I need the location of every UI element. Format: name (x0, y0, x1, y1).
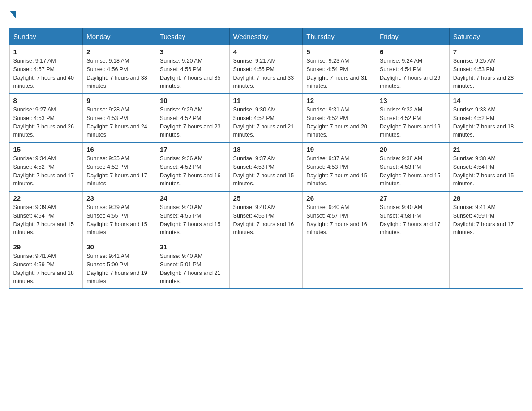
calendar-header-row: SundayMondayTuesdayWednesdayThursdayFrid… (9, 28, 523, 45)
day-info: Sunrise: 9:21 AMSunset: 4:55 PMDaylight:… (233, 58, 294, 89)
day-number: 29 (13, 243, 79, 251)
page-header (9, 9, 523, 19)
calendar-cell: 20 Sunrise: 9:38 AMSunset: 4:53 PMDaylig… (376, 142, 450, 191)
day-info: Sunrise: 9:40 AMSunset: 4:58 PMDaylight:… (380, 204, 441, 235)
day-info: Sunrise: 9:38 AMSunset: 4:53 PMDaylight:… (380, 155, 441, 187)
day-number: 7 (453, 48, 519, 56)
day-number: 6 (380, 48, 446, 56)
day-info: Sunrise: 9:40 AMSunset: 4:55 PMDaylight:… (160, 204, 221, 235)
calendar-cell: 25 Sunrise: 9:40 AMSunset: 4:56 PMDaylig… (229, 191, 303, 240)
day-number: 9 (86, 97, 152, 104)
day-info: Sunrise: 9:40 AMSunset: 5:01 PMDaylight:… (160, 253, 221, 284)
day-info: Sunrise: 9:39 AMSunset: 4:54 PMDaylight:… (13, 204, 74, 235)
calendar-col-sunday: Sunday (9, 28, 83, 45)
day-info: Sunrise: 9:20 AMSunset: 4:56 PMDaylight:… (160, 58, 221, 89)
calendar-cell: 10 Sunrise: 9:29 AMSunset: 4:52 PMDaylig… (156, 94, 229, 142)
day-number: 15 (13, 146, 79, 153)
calendar-cell: 30 Sunrise: 9:41 AMSunset: 5:00 PMDaylig… (83, 240, 156, 289)
calendar-cell (229, 240, 303, 289)
calendar-week-row: 29 Sunrise: 9:41 AMSunset: 4:59 PMDaylig… (9, 240, 523, 289)
day-number: 27 (380, 194, 446, 202)
day-number: 30 (86, 243, 152, 251)
calendar-col-saturday: Saturday (449, 28, 523, 45)
day-number: 23 (86, 194, 152, 202)
day-number: 19 (306, 146, 372, 153)
day-number: 1 (13, 48, 79, 56)
day-number: 31 (160, 243, 226, 251)
day-info: Sunrise: 9:33 AMSunset: 4:52 PMDaylight:… (453, 107, 514, 138)
day-info: Sunrise: 9:38 AMSunset: 4:54 PMDaylight:… (453, 155, 514, 187)
calendar-cell: 28 Sunrise: 9:41 AMSunset: 4:59 PMDaylig… (449, 191, 523, 240)
calendar-cell: 3 Sunrise: 9:20 AMSunset: 4:56 PMDayligh… (156, 45, 229, 94)
calendar-cell: 14 Sunrise: 9:33 AMSunset: 4:52 PMDaylig… (449, 94, 523, 142)
day-info: Sunrise: 9:17 AMSunset: 4:57 PMDaylight:… (13, 58, 74, 89)
calendar-cell (303, 240, 376, 289)
day-info: Sunrise: 9:30 AMSunset: 4:52 PMDaylight:… (233, 107, 294, 138)
day-number: 11 (233, 97, 299, 104)
day-info: Sunrise: 9:40 AMSunset: 4:56 PMDaylight:… (233, 204, 294, 235)
day-number: 2 (86, 48, 152, 56)
day-info: Sunrise: 9:40 AMSunset: 4:57 PMDaylight:… (306, 204, 367, 235)
day-number: 5 (306, 48, 372, 56)
day-info: Sunrise: 9:34 AMSunset: 4:52 PMDaylight:… (13, 155, 74, 187)
logo-arrow-icon (10, 11, 16, 19)
calendar-cell: 22 Sunrise: 9:39 AMSunset: 4:54 PMDaylig… (9, 191, 83, 240)
day-number: 3 (160, 48, 226, 56)
day-number: 25 (233, 194, 299, 202)
day-info: Sunrise: 9:24 AMSunset: 4:54 PMDaylight:… (380, 58, 441, 89)
calendar-cell: 16 Sunrise: 9:35 AMSunset: 4:52 PMDaylig… (83, 142, 156, 191)
day-info: Sunrise: 9:27 AMSunset: 4:53 PMDaylight:… (13, 107, 74, 138)
day-number: 4 (233, 48, 299, 56)
calendar-week-row: 22 Sunrise: 9:39 AMSunset: 4:54 PMDaylig… (9, 191, 523, 240)
day-info: Sunrise: 9:23 AMSunset: 4:54 PMDaylight:… (306, 58, 367, 89)
day-number: 8 (13, 97, 79, 104)
day-info: Sunrise: 9:32 AMSunset: 4:52 PMDaylight:… (380, 107, 441, 138)
calendar-cell: 29 Sunrise: 9:41 AMSunset: 4:59 PMDaylig… (9, 240, 83, 289)
day-info: Sunrise: 9:37 AMSunset: 4:53 PMDaylight:… (306, 155, 367, 187)
day-number: 22 (13, 194, 79, 202)
calendar-week-row: 1 Sunrise: 9:17 AMSunset: 4:57 PMDayligh… (9, 45, 523, 94)
day-number: 16 (86, 146, 152, 153)
calendar-cell: 17 Sunrise: 9:36 AMSunset: 4:52 PMDaylig… (156, 142, 229, 191)
day-info: Sunrise: 9:41 AMSunset: 5:00 PMDaylight:… (86, 253, 147, 284)
calendar-col-thursday: Thursday (303, 28, 376, 45)
calendar-cell (376, 240, 450, 289)
calendar-cell: 1 Sunrise: 9:17 AMSunset: 4:57 PMDayligh… (9, 45, 83, 94)
calendar-week-row: 15 Sunrise: 9:34 AMSunset: 4:52 PMDaylig… (9, 142, 523, 191)
day-number: 14 (453, 97, 519, 104)
calendar-table: SundayMondayTuesdayWednesdayThursdayFrid… (9, 28, 523, 289)
day-info: Sunrise: 9:28 AMSunset: 4:53 PMDaylight:… (86, 107, 147, 138)
day-number: 20 (380, 146, 446, 153)
calendar-cell: 18 Sunrise: 9:37 AMSunset: 4:53 PMDaylig… (229, 142, 303, 191)
calendar-cell: 4 Sunrise: 9:21 AMSunset: 4:55 PMDayligh… (229, 45, 303, 94)
calendar-week-row: 8 Sunrise: 9:27 AMSunset: 4:53 PMDayligh… (9, 94, 523, 142)
calendar-col-wednesday: Wednesday (229, 28, 303, 45)
day-info: Sunrise: 9:36 AMSunset: 4:52 PMDaylight:… (160, 155, 221, 187)
day-info: Sunrise: 9:31 AMSunset: 4:52 PMDaylight:… (306, 107, 367, 138)
day-number: 17 (160, 146, 226, 153)
calendar-cell: 26 Sunrise: 9:40 AMSunset: 4:57 PMDaylig… (303, 191, 376, 240)
logo-general-text (9, 9, 16, 19)
calendar-col-monday: Monday (83, 28, 156, 45)
calendar-cell (449, 240, 523, 289)
day-info: Sunrise: 9:41 AMSunset: 4:59 PMDaylight:… (453, 204, 514, 235)
day-number: 28 (453, 194, 519, 202)
day-number: 21 (453, 146, 519, 153)
day-info: Sunrise: 9:41 AMSunset: 4:59 PMDaylight:… (13, 253, 74, 284)
day-info: Sunrise: 9:37 AMSunset: 4:53 PMDaylight:… (233, 155, 294, 187)
day-info: Sunrise: 9:18 AMSunset: 4:56 PMDaylight:… (86, 58, 147, 89)
calendar-cell: 19 Sunrise: 9:37 AMSunset: 4:53 PMDaylig… (303, 142, 376, 191)
logo (9, 9, 16, 19)
calendar-cell: 23 Sunrise: 9:39 AMSunset: 4:55 PMDaylig… (83, 191, 156, 240)
day-number: 12 (306, 97, 372, 104)
calendar-cell: 8 Sunrise: 9:27 AMSunset: 4:53 PMDayligh… (9, 94, 83, 142)
calendar-cell: 2 Sunrise: 9:18 AMSunset: 4:56 PMDayligh… (83, 45, 156, 94)
day-number: 18 (233, 146, 299, 153)
calendar-cell: 9 Sunrise: 9:28 AMSunset: 4:53 PMDayligh… (83, 94, 156, 142)
day-info: Sunrise: 9:39 AMSunset: 4:55 PMDaylight:… (86, 204, 147, 235)
day-number: 24 (160, 194, 226, 202)
calendar-cell: 6 Sunrise: 9:24 AMSunset: 4:54 PMDayligh… (376, 45, 450, 94)
calendar-cell: 11 Sunrise: 9:30 AMSunset: 4:52 PMDaylig… (229, 94, 303, 142)
calendar-col-friday: Friday (376, 28, 450, 45)
calendar-cell: 24 Sunrise: 9:40 AMSunset: 4:55 PMDaylig… (156, 191, 229, 240)
